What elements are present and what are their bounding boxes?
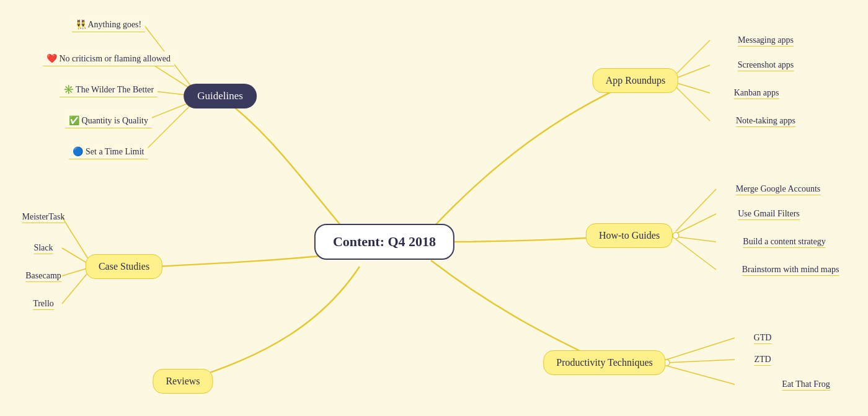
how-to-guide-item-2: Use Gmail Filters xyxy=(738,209,800,219)
case-study-item-1: MeisterTask xyxy=(22,212,64,222)
productivity-techniques-label: Productivity Techniques xyxy=(543,350,665,375)
guideline-icon-5: 🔵 xyxy=(73,147,83,156)
guideline-item-1: 👯 Anything goes! xyxy=(72,17,145,32)
productivity-item-3: Eat That Frog xyxy=(782,379,830,389)
guidelines-label: Guidelines xyxy=(184,84,257,108)
svg-line-17 xyxy=(676,214,716,234)
svg-line-22 xyxy=(666,360,735,363)
guideline-item-2: ❤️ No criticism or flaming allowed xyxy=(43,51,174,66)
app-roundups-node[interactable]: App Roundups xyxy=(593,68,678,93)
productivity-item-1: GTD xyxy=(754,333,772,343)
app-roundup-item-1: Messaging apps xyxy=(738,35,794,45)
how-to-guide-item-1: Merge Google Accounts xyxy=(736,184,821,194)
center-label: Content: Q4 2018 xyxy=(314,224,454,260)
guidelines-node[interactable]: Guidelines xyxy=(184,84,257,108)
svg-line-19 xyxy=(676,239,716,270)
how-to-guides-node[interactable]: How-to Guides xyxy=(586,223,673,248)
case-study-item-3: Basecamp xyxy=(25,271,61,281)
guideline-item-5: 🔵 Set a Time Limit xyxy=(69,144,148,159)
guideline-item-4: ✅ Quantity is Quality xyxy=(65,113,152,128)
svg-line-18 xyxy=(676,237,716,242)
guideline-icon-3: ✳️ xyxy=(63,85,74,94)
svg-line-23 xyxy=(666,366,735,384)
svg-line-16 xyxy=(676,189,716,231)
app-roundup-item-4: Note-taking apps xyxy=(736,116,795,126)
app-roundup-item-2: Screenshot apps xyxy=(738,60,794,70)
app-roundup-item-3: Kanban apps xyxy=(734,88,779,98)
guideline-icon-4: ✅ xyxy=(69,116,79,125)
case-study-item-4: Trello xyxy=(33,299,54,309)
productivity-item-2: ZTD xyxy=(754,355,771,365)
guideline-icon-2: ❤️ xyxy=(46,54,57,63)
case-studies-label: Case Studies xyxy=(86,254,162,279)
guideline-icon-1: 👯 xyxy=(76,20,86,29)
reviews-node[interactable]: Reviews xyxy=(153,369,213,394)
how-to-guide-item-4: Brainstorm with mind maps xyxy=(742,265,839,275)
center-node[interactable]: Content: Q4 2018 xyxy=(314,224,454,260)
productivity-techniques-node[interactable]: Productivity Techniques xyxy=(543,350,665,375)
case-study-item-2: Slack xyxy=(33,243,53,253)
svg-line-21 xyxy=(666,338,735,360)
reviews-label: Reviews xyxy=(153,369,213,394)
app-roundups-label: App Roundups xyxy=(593,68,678,93)
how-to-guides-label: How-to Guides xyxy=(586,223,673,248)
case-studies-node[interactable]: Case Studies xyxy=(86,254,162,279)
guideline-item-3: ✳️ The Wilder The Better xyxy=(60,82,157,97)
how-to-guide-item-3: Build a content strategy xyxy=(743,237,825,247)
svg-point-20 xyxy=(673,232,679,239)
